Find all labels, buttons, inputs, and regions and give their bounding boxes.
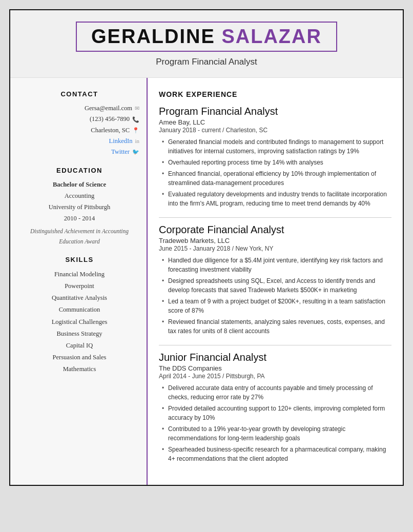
bullet: Delivered accurate data entry of account… xyxy=(161,383,391,402)
first-name: GERALDINE xyxy=(91,26,215,47)
skill-item: Powerpoint xyxy=(19,280,139,292)
skill-item: Mathematics xyxy=(19,363,139,375)
bullet: Enhanced financial, operational efficien… xyxy=(161,169,391,188)
right-column: WORK EXPERIENCE Program Financial Analys… xyxy=(148,78,403,485)
skill-item: Persuasion and Sales xyxy=(19,352,139,363)
job-title-1: Program Financial Analyst xyxy=(159,106,391,117)
divider-1 xyxy=(159,217,391,218)
work-section-title: WORK EXPERIENCE xyxy=(159,90,391,98)
location-icon: 📍 xyxy=(132,126,139,135)
last-name: SALAZAR xyxy=(221,26,322,47)
header-section: GERALDINE SALAZAR Program Financial Anal… xyxy=(10,10,403,78)
job-block-3: Junior Financial Analyst The DDS Compani… xyxy=(159,352,391,463)
job-company-2: Tradeweb Markets, LLC xyxy=(159,237,391,244)
skill-item: Financial Modeling xyxy=(19,269,139,280)
body-section: CONTACT Gersa@email.com ✉ (123) 456-7890… xyxy=(10,78,403,485)
email-icon: ✉ xyxy=(135,104,139,113)
bullet: Evaluated regulatory developments and in… xyxy=(161,190,391,208)
job-block-1: Program Financial Analyst Amee Bay, LLC … xyxy=(159,106,391,208)
phone-icon: 📞 xyxy=(132,115,139,125)
bullet: Spearheaded business-specific research f… xyxy=(161,445,391,463)
job-block-2: Corporate Financial Analyst Tradeweb Mar… xyxy=(159,224,391,336)
bullet: Handled due diligence for a $5.4M joint … xyxy=(161,256,391,274)
edu-degree: Bachelor of Science xyxy=(19,179,139,191)
job-company-3: The DDS Companies xyxy=(159,364,391,372)
full-name: GERALDINE SALAZAR xyxy=(91,26,322,47)
job-title-header: Program Financial Analyst xyxy=(20,57,393,72)
twitter-icon: 🐦 xyxy=(132,147,139,157)
bullet: Reviewed financial statements, analyzing… xyxy=(161,317,391,336)
job-meta-1: January 2018 - current / Charleston, SC xyxy=(159,127,391,134)
bullet: Provided detailed accounting support to … xyxy=(161,404,391,422)
contact-phone: (123) 456-7890 📞 xyxy=(19,114,139,125)
left-column: CONTACT Gersa@email.com ✉ (123) 456-7890… xyxy=(10,78,148,485)
bullet: Designed spreadsheets using SQL, Excel, … xyxy=(161,276,391,295)
job-bullets-1: Generated financial models and contribut… xyxy=(159,137,391,208)
contact-twitter[interactable]: Twitter 🐦 xyxy=(19,147,139,157)
bullet: Contributed to a 19% year-to-year growth… xyxy=(161,424,391,443)
resume-container: GERALDINE SALAZAR Program Financial Anal… xyxy=(9,9,404,486)
job-company-1: Amee Bay, LLC xyxy=(159,118,391,126)
contact-city: Charleston, SC 📍 xyxy=(19,125,139,136)
contact-linkedin[interactable]: LinkedIn in xyxy=(19,136,139,147)
job-bullets-3: Delivered accurate data entry of account… xyxy=(159,383,391,463)
bullet: Overhauled reporting process time by 14%… xyxy=(161,158,391,167)
skill-item: Quantitative Analysis xyxy=(19,292,139,304)
edu-school: University of Pittsburgh xyxy=(19,202,139,213)
linkedin-link[interactable]: LinkedIn xyxy=(109,136,133,147)
education-block: Bachelor of Science Accounting Universit… xyxy=(19,179,139,247)
name-box: GERALDINE SALAZAR xyxy=(76,22,337,52)
divider-2 xyxy=(159,345,391,345)
edu-field: Accounting xyxy=(19,191,139,202)
bullet: Generated financial models and contribut… xyxy=(161,137,391,156)
edu-award: Distinguished Achievement in Accounting … xyxy=(19,226,139,247)
job-title-3: Junior Financial Analyst xyxy=(159,352,391,363)
job-bullets-2: Handled due diligence for a $5.4M joint … xyxy=(159,256,391,336)
linkedin-icon: in xyxy=(135,136,139,146)
job-meta-3: April 2014 - June 2015 / Pittsburgh, PA xyxy=(159,373,391,380)
skills-list: Financial Modeling Powerpoint Quantitati… xyxy=(19,269,139,375)
skill-item: Capital IQ xyxy=(19,340,139,352)
job-title-2: Corporate Financial Analyst xyxy=(159,224,391,236)
skills-section-title: SKILLS xyxy=(19,256,139,263)
skill-item: Communication xyxy=(19,304,139,316)
skill-item: Business Strategy xyxy=(19,328,139,340)
contact-section-title: CONTACT xyxy=(19,90,139,98)
skill-item: Logistical Challenges xyxy=(19,316,139,328)
contact-email: Gersa@email.com ✉ xyxy=(19,103,139,114)
twitter-link[interactable]: Twitter xyxy=(111,147,130,157)
education-section-title: EDUCATION xyxy=(19,167,139,174)
bullet: Led a team of 9 with a project budget of… xyxy=(161,297,391,315)
job-meta-2: June 2015 - January 2018 / New York, NY xyxy=(159,245,391,252)
edu-years: 2010 - 2014 xyxy=(19,213,139,224)
